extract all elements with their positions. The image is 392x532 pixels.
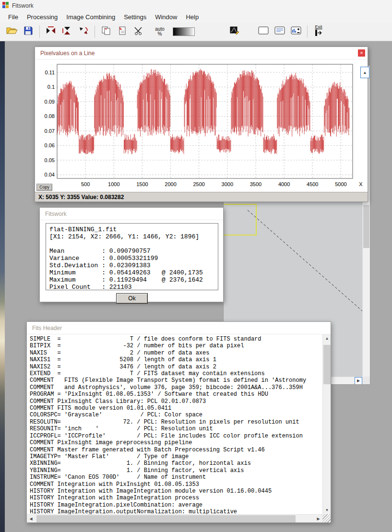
toolbar: auto % Exit xyxy=(0,23,392,41)
menu-item-settings[interactable]: Settings xyxy=(119,12,151,22)
screen: Fitswork FileProcessingImage CombiningSe… xyxy=(0,0,392,532)
fits-horizontal-scrollbar[interactable]: ◀ ▶ xyxy=(27,514,322,522)
svg-text:3500: 3500 xyxy=(250,181,261,187)
svg-text:0.11: 0.11 xyxy=(45,70,55,75)
vscroll-thumb[interactable] xyxy=(363,205,369,248)
floppy-icon xyxy=(24,26,33,37)
percent-label: % xyxy=(158,32,162,36)
menu-item-image-combining[interactable]: Image Combining xyxy=(62,12,119,22)
svg-text:5000: 5000 xyxy=(335,181,346,187)
statistics-titlebar[interactable]: Fitswork xyxy=(40,208,223,220)
toolbar-separator xyxy=(39,25,40,38)
close-button[interactable]: × xyxy=(358,49,365,57)
statistics-box: flat-BINNING_1.fit [X1: 2154, X2: 2666, … xyxy=(46,223,218,290)
svg-text:3000: 3000 xyxy=(222,181,233,187)
window-lines-icon xyxy=(274,26,285,37)
y-tick-labels: 0.040.050.060.070.080.090.10.11 xyxy=(45,70,55,178)
pixelvalues-titlebar[interactable]: Pixelvalues on a Line × xyxy=(35,47,368,59)
save-button[interactable] xyxy=(20,24,36,40)
fits-header-titlebar[interactable]: Fits Header xyxy=(27,322,331,334)
svg-text:0.07: 0.07 xyxy=(45,128,55,134)
fits-header-text: SIMPLE = T / file does conform to FITS s… xyxy=(30,336,322,514)
image-scroll-up-arrow[interactable]: ▲ xyxy=(360,67,369,78)
flip-horizontal-icon xyxy=(46,26,56,37)
fits-vscroll-thumb[interactable] xyxy=(323,345,331,384)
new-window-button[interactable] xyxy=(255,24,272,40)
rotate-icon xyxy=(78,26,89,37)
app-icon xyxy=(2,1,9,11)
exit-label: Exit xyxy=(315,25,322,29)
app-titlebar[interactable]: Fitswork xyxy=(0,0,392,12)
statistics-text: flat-BINNING_1.fit [X1: 2154, X2: 2666, … xyxy=(49,226,218,290)
x-tick-labels: 500100015002000250030003500400045005000X xyxy=(81,181,363,187)
svg-text:0.06: 0.06 xyxy=(45,142,55,148)
svg-text:2000: 2000 xyxy=(165,181,176,187)
duplicate-image-button[interactable] xyxy=(114,24,131,40)
histogram-button[interactable] xyxy=(226,24,243,40)
menu-item-file[interactable]: File xyxy=(4,12,23,22)
svg-text:500: 500 xyxy=(81,181,90,187)
statistics-dialog[interactable]: Fitswork flat-BINNING_1.fit [X1: 2154, X… xyxy=(39,207,224,302)
cut-button[interactable] xyxy=(131,24,147,40)
scrollbar-corner xyxy=(362,377,370,384)
scroll-right-arrow[interactable]: ▶ xyxy=(355,377,362,385)
fits-header-title: Fits Header xyxy=(32,325,62,331)
menu-item-processing[interactable]: Processing xyxy=(23,12,62,22)
flip-vertical-button[interactable] xyxy=(59,24,75,40)
copy-button[interactable]: Copy xyxy=(36,184,52,191)
desktop-wallpaper-strip xyxy=(0,41,5,532)
fits-header-window[interactable]: Fits Header SIMPLE = T / file does confo… xyxy=(26,321,331,523)
window-layout-button[interactable] xyxy=(272,24,288,40)
mdi-client: ◀ ▶ ▲ Pixelvalues on a Line × 5001000150… xyxy=(0,41,392,532)
resize-grip[interactable] xyxy=(322,514,331,522)
svg-text:4000: 4000 xyxy=(278,181,290,187)
pixel-values-chart[interactable]: 500100015002000250030003500400045005000X… xyxy=(35,59,368,192)
fits-scroll-right-arrow[interactable]: ▶ xyxy=(314,515,322,523)
chart-area[interactable]: 500100015002000250030003500400045005000X… xyxy=(35,59,368,192)
svg-text:0.08: 0.08 xyxy=(45,113,55,119)
menu-item-window[interactable]: Window xyxy=(151,12,181,22)
svg-text:0.09: 0.09 xyxy=(45,99,55,105)
scissors-icon xyxy=(134,26,143,37)
toolbar-separator xyxy=(307,25,308,38)
window-icon xyxy=(258,26,269,37)
copy-image-button[interactable] xyxy=(98,24,114,40)
pixelvalues-title: Pixelvalues on a Line xyxy=(40,50,95,57)
fits-scroll-left-arrow[interactable]: ◀ xyxy=(27,515,35,523)
statistics-title: Fitswork xyxy=(45,211,67,217)
exit-icon xyxy=(314,29,323,38)
fits-scroll-up-arrow[interactable]: ▲ xyxy=(323,334,331,343)
flip-vertical-icon xyxy=(62,26,72,37)
svg-text:0.04: 0.04 xyxy=(45,172,55,177)
flip-horizontal-button[interactable] xyxy=(43,24,59,40)
x-axis-label: X xyxy=(359,181,363,187)
gradient-button[interactable] xyxy=(173,27,195,36)
toolbar-separator xyxy=(95,25,95,38)
svg-text:2500: 2500 xyxy=(193,181,204,187)
auto-scale-button[interactable]: auto % xyxy=(152,24,168,40)
copy-icon xyxy=(101,26,111,37)
page-icon xyxy=(118,26,127,37)
pixel-values-series xyxy=(57,69,349,154)
menu-item-help[interactable]: Help xyxy=(181,12,203,22)
fits-header-body: SIMPLE = T / file does conform to FITS s… xyxy=(27,334,322,514)
fits-scroll-down-arrow[interactable]: ▼ xyxy=(323,506,331,514)
exit-button[interactable]: Exit xyxy=(310,24,327,40)
rotate-button[interactable] xyxy=(75,24,92,40)
app-title: Fitswork xyxy=(12,2,34,9)
svg-text:1000: 1000 xyxy=(108,181,119,187)
plot-person-button[interactable] xyxy=(288,24,304,40)
menubar: FileProcessingImage CombiningSettingsWin… xyxy=(0,12,392,23)
svg-text:4500: 4500 xyxy=(307,181,318,187)
folder-open-icon xyxy=(6,26,18,37)
fits-hscroll-thumb[interactable] xyxy=(36,515,296,522)
chart-statusbar: X: 5035 Y: 3355 Value: 0.083282 xyxy=(35,192,368,201)
ok-button[interactable]: Ok xyxy=(116,293,148,304)
svg-text:0.1: 0.1 xyxy=(48,84,55,90)
svg-text:0.05: 0.05 xyxy=(45,157,55,163)
pixelvalues-window[interactable]: Pixelvalues on a Line × 5001000150020002… xyxy=(35,47,368,202)
chart-person-icon xyxy=(291,26,301,37)
fits-vertical-scrollbar[interactable]: ▲ ▼ xyxy=(322,334,331,514)
histogram-icon xyxy=(229,26,240,37)
open-file-button[interactable] xyxy=(4,24,20,40)
